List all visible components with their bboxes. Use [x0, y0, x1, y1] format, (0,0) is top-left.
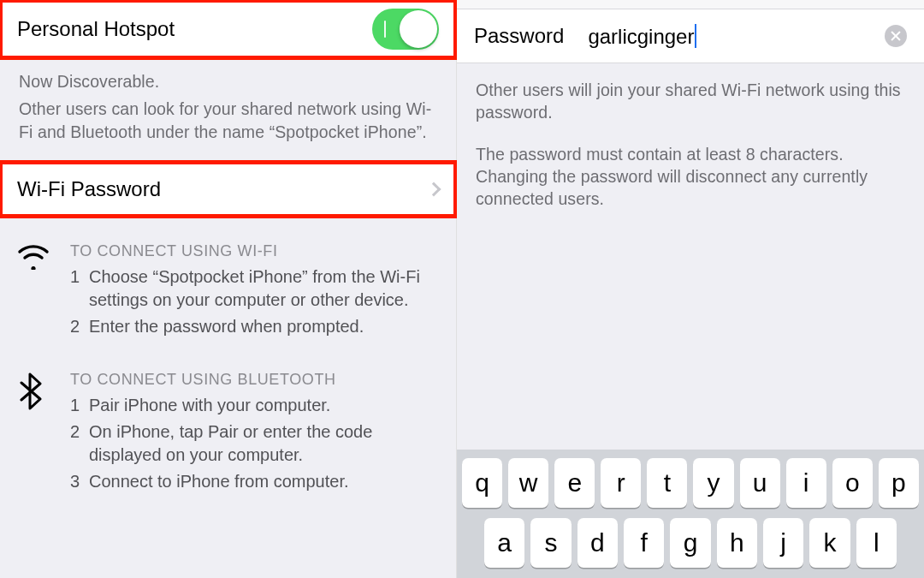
key-w[interactable]: w — [508, 458, 548, 508]
discoverable-description: Now Discoverable. Other users can look f… — [0, 58, 456, 162]
key-l[interactable]: l — [856, 518, 897, 568]
wifi-step-1: 1 Choose “Spotpocket iPhone” from the Wi… — [70, 265, 439, 312]
key-y[interactable]: y — [693, 458, 733, 508]
key-o[interactable]: o — [832, 458, 873, 508]
key-j[interactable]: j — [763, 518, 803, 568]
wifi-password-row[interactable]: Wi-Fi Password — [0, 162, 456, 217]
connect-wifi-instructions: TO CONNECT USING WI-FI 1 Choose “Spotpoc… — [0, 229, 456, 349]
wifi-instructions-title: TO CONNECT USING WI-FI — [70, 242, 439, 260]
wifi-icon — [17, 242, 70, 342]
key-s[interactable]: s — [530, 518, 571, 568]
wifi-password-label: Wi-Fi Password — [17, 177, 161, 201]
key-t[interactable]: t — [647, 458, 687, 508]
password-help: Other users will join your shared Wi-Fi … — [457, 63, 924, 229]
keyboard-row-2: asdfghjkl — [462, 518, 919, 568]
bt-step-2: 2 On iPhone, tap Pair or enter the code … — [70, 420, 439, 467]
password-edit-pane: Password garlicginger Other users will j… — [457, 0, 924, 578]
nav-spacer — [457, 0, 924, 9]
key-i[interactable]: i — [786, 458, 826, 508]
password-input[interactable]: garlicginger — [588, 24, 885, 49]
wifi-step-2: 2 Enter the password when prompted. — [70, 315, 439, 338]
key-f[interactable]: f — [624, 518, 664, 568]
personal-hotspot-row[interactable]: Personal Hotspot — [0, 0, 456, 58]
text-cursor — [695, 24, 696, 48]
key-d[interactable]: d — [578, 518, 618, 568]
hotspot-settings-pane: Personal Hotspot Now Discoverable. Other… — [0, 0, 457, 578]
discoverable-body: Other users can look for your shared net… — [19, 98, 437, 143]
onscreen-keyboard: qwertyuiop asdfghjkl — [457, 450, 924, 578]
key-p[interactable]: p — [879, 458, 919, 508]
clear-text-icon[interactable] — [885, 25, 907, 47]
password-row[interactable]: Password garlicginger — [457, 9, 924, 63]
bt-step-1: 1 Pair iPhone with your computer. — [70, 394, 439, 417]
discoverable-title: Now Discoverable. — [19, 70, 437, 92]
bluetooth-icon — [17, 371, 70, 497]
password-help-2: The password must contain at least 8 cha… — [476, 143, 905, 211]
bt-step-3: 3 Connect to iPhone from computer. — [70, 470, 439, 493]
key-k[interactable]: k — [809, 518, 850, 568]
hotspot-toggle[interactable] — [372, 9, 439, 50]
personal-hotspot-label: Personal Hotspot — [17, 17, 175, 41]
key-r[interactable]: r — [601, 458, 641, 508]
key-e[interactable]: e — [554, 458, 595, 508]
keyboard-row-1: qwertyuiop — [462, 458, 919, 508]
password-value-text: garlicginger — [588, 25, 694, 48]
password-help-1: Other users will join your shared Wi-Fi … — [476, 79, 905, 124]
key-q[interactable]: q — [462, 458, 502, 508]
bt-instructions-title: TO CONNECT USING BLUETOOTH — [70, 371, 439, 389]
connect-bluetooth-instructions: TO CONNECT USING BLUETOOTH 1 Pair iPhone… — [0, 357, 456, 504]
key-g[interactable]: g — [670, 518, 710, 568]
key-a[interactable]: a — [484, 518, 524, 568]
key-h[interactable]: h — [717, 518, 757, 568]
password-label: Password — [474, 24, 564, 48]
key-u[interactable]: u — [740, 458, 780, 508]
chevron-right-icon — [427, 182, 441, 196]
